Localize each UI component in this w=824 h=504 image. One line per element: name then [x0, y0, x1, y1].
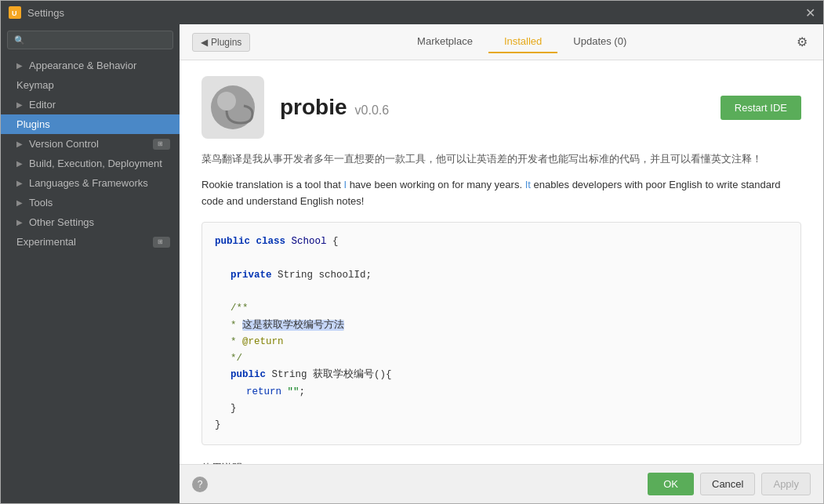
back-arrow-icon: ◀	[201, 37, 208, 48]
sidebar-item-label: Appearance & Behavior	[29, 60, 136, 71]
arrow-icon: ▶	[16, 159, 23, 168]
sidebar-item-build-execution[interactable]: ▶ Build, Execution, Deployment	[1, 154, 180, 173]
sidebar: 🔍 ▶ Appearance & Behavior Keymap ▶ Edito…	[1, 24, 180, 503]
plugin-english-description: Rookie translation is a tool that I have…	[201, 177, 801, 210]
search-icon: 🔍	[14, 35, 25, 45]
sidebar-item-label: Plugins	[16, 118, 50, 130]
version-control-badge: ⊞	[153, 139, 170, 150]
plugin-logo	[201, 76, 264, 139]
footer-buttons: OK Cancel Apply	[648, 473, 811, 495]
svg-point-7	[217, 92, 236, 111]
code-block: public class School { private String sch…	[201, 222, 801, 445]
apply-button[interactable]: Apply	[761, 473, 811, 495]
tab-marketplace[interactable]: Marketplace	[401, 31, 488, 53]
gear-icon: ⚙	[797, 35, 808, 49]
tab-group: Marketplace Installed Updates (0)	[266, 31, 778, 53]
main-layout: 🔍 ▶ Appearance & Behavior Keymap ▶ Edito…	[1, 24, 823, 503]
sidebar-item-keymap[interactable]: Keymap	[1, 75, 180, 95]
tab-updates[interactable]: Updates (0)	[557, 31, 642, 53]
sidebar-item-languages-frameworks[interactable]: ▶ Languages & Frameworks	[1, 173, 180, 193]
sidebar-item-label: Experimental	[16, 236, 76, 248]
sidebar-item-label: Editor	[29, 99, 56, 111]
sidebar-item-label: Build, Execution, Deployment	[29, 158, 162, 169]
sidebar-item-label: Other Settings	[29, 216, 94, 228]
sidebar-item-experimental[interactable]: Experimental ⊞	[1, 232, 180, 252]
search-box[interactable]: 🔍	[7, 31, 173, 49]
footer-left: ?	[192, 477, 208, 492]
titlebar-left: U Settings	[9, 6, 64, 19]
help-icon: ?	[198, 479, 203, 490]
close-button[interactable]: ✕	[805, 5, 815, 20]
help-button[interactable]: ?	[192, 477, 208, 492]
footer: ? OK Cancel Apply	[180, 464, 823, 503]
sidebar-item-appearance-behavior[interactable]: ▶ Appearance & Behavior	[1, 56, 180, 75]
svg-text:⊞: ⊞	[158, 140, 163, 147]
back-button[interactable]: ◀ Plugins	[192, 33, 250, 52]
svg-text:U: U	[12, 9, 17, 17]
back-button-label: Plugins	[211, 37, 241, 48]
sidebar-item-label: Keymap	[16, 79, 54, 91]
plugin-header: ◀ Plugins Marketplace Installed Updates …	[180, 24, 823, 60]
cancel-button[interactable]: Cancel	[700, 473, 755, 495]
sidebar-item-plugins[interactable]: Plugins	[1, 114, 180, 134]
sidebar-item-editor[interactable]: ▶ Editor	[1, 95, 180, 114]
window-title: Settings	[27, 7, 64, 19]
plugin-title-row: probie v0.0.6 Restart IDE	[201, 76, 801, 139]
sidebar-item-label: Languages & Frameworks	[29, 177, 148, 189]
app-icon: U	[9, 6, 21, 19]
plugin-detail: probie v0.0.6 Restart IDE 菜鸟翻译是我从事开发者多年一…	[180, 60, 823, 464]
titlebar: U Settings ✕	[1, 1, 823, 24]
arrow-icon: ▶	[16, 61, 23, 70]
plugin-chinese-description: 菜鸟翻译是我从事开发者多年一直想要的一款工具，他可以让英语差的开发者也能写出标准…	[201, 151, 801, 168]
search-input[interactable]	[30, 34, 166, 45]
sidebar-item-label: Version Control	[29, 138, 99, 150]
sidebar-item-tools[interactable]: ▶ Tools	[1, 193, 180, 212]
arrow-icon: ▶	[16, 100, 23, 109]
svg-text:⊞: ⊞	[158, 238, 163, 245]
arrow-icon: ▶	[16, 198, 23, 207]
restart-ide-button[interactable]: Restart IDE	[721, 96, 801, 120]
plugin-version: v0.0.6	[355, 103, 390, 118]
ok-button[interactable]: OK	[648, 473, 694, 495]
arrow-icon: ▶	[16, 218, 23, 227]
tab-installed[interactable]: Installed	[488, 31, 557, 53]
sidebar-item-label: Tools	[29, 197, 53, 208]
experimental-badge: ⊞	[153, 237, 170, 248]
sidebar-item-version-control[interactable]: ▶ Version Control ⊞	[1, 134, 180, 154]
settings-window: U Settings ✕ 🔍 ▶ Appearance & Behavior K…	[0, 0, 824, 504]
plugin-name-version: probie v0.0.6	[280, 95, 389, 120]
content-area: ◀ Plugins Marketplace Installed Updates …	[180, 24, 823, 503]
sidebar-item-other-settings[interactable]: ▶ Other Settings	[1, 212, 180, 232]
gear-button[interactable]: ⚙	[793, 31, 811, 53]
plugin-name: probie	[280, 95, 347, 120]
arrow-icon: ▶	[16, 140, 23, 148]
arrow-icon: ▶	[16, 179, 23, 187]
